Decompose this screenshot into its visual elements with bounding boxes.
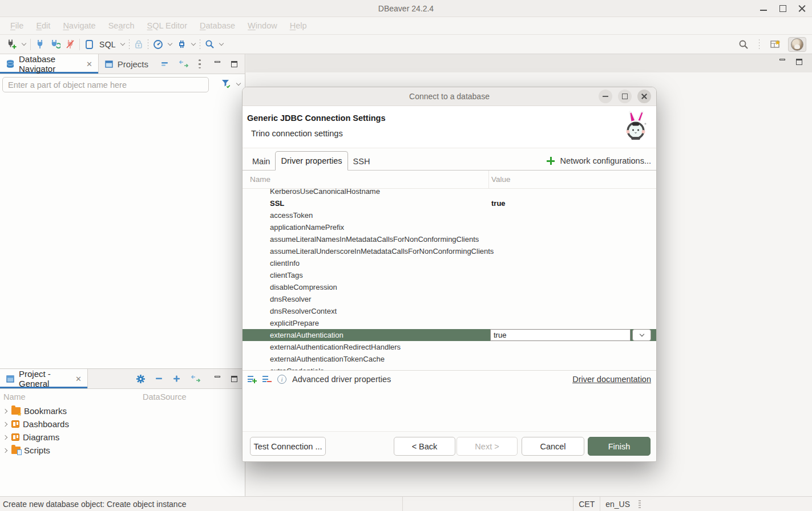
menu-file[interactable]: File xyxy=(4,21,30,30)
menu-database[interactable]: Database xyxy=(193,21,241,30)
quick-search-icon[interactable] xyxy=(738,39,749,50)
project-item-bookmarks[interactable]: Bookmarks xyxy=(0,404,245,417)
menu-edit[interactable]: Edit xyxy=(30,21,56,30)
minimize-panel-icon[interactable] xyxy=(215,61,221,67)
property-row-extraCredentials[interactable]: extraCredentials xyxy=(243,365,656,370)
link-editor-icon[interactable] xyxy=(191,375,201,382)
driver-documentation-link[interactable]: Driver documentation xyxy=(572,375,651,384)
property-row-applicationNamePrefix[interactable]: applicationNamePrefix xyxy=(243,221,656,233)
property-row-assumeLiteralNamesInMetadataCallsForNonConformingClients[interactable]: assumeLiteralNamesInMetadataCallsForNonC… xyxy=(243,233,656,245)
property-row-externalAuthenticationRedirectHandlers[interactable]: externalAuthenticationRedirectHandlers xyxy=(243,341,656,353)
tab-project-general[interactable]: Project - General ✕ xyxy=(0,369,88,388)
tab-driver-properties[interactable]: Driver properties xyxy=(275,151,348,171)
tab-projects[interactable]: Projects xyxy=(99,54,154,74)
dashboard-dropdown-icon[interactable] xyxy=(168,41,172,46)
new-connection-icon[interactable] xyxy=(6,39,17,50)
link-editor-icon[interactable] xyxy=(179,60,189,67)
property-row-clientTags[interactable]: clientTags xyxy=(243,269,656,281)
remove-property-icon[interactable] xyxy=(262,375,272,383)
dashboard-icon[interactable] xyxy=(153,39,163,50)
connect-icon[interactable] xyxy=(35,39,45,49)
property-row-disableCompression[interactable]: disableCompression xyxy=(243,281,656,293)
dialog-maximize-icon[interactable] xyxy=(618,90,632,103)
expander-icon[interactable] xyxy=(3,408,7,413)
driver-manager-dropdown-icon[interactable] xyxy=(191,41,196,46)
close-icon[interactable] xyxy=(798,5,806,13)
maximize-panel-icon[interactable] xyxy=(231,376,238,382)
add-property-icon[interactable] xyxy=(248,375,257,383)
property-value-input[interactable] xyxy=(490,329,631,341)
dialog-titlebar[interactable]: Connect to a database xyxy=(243,87,656,106)
tab-database-navigator[interactable]: Database Navigator ✕ xyxy=(0,54,99,74)
expander-icon[interactable] xyxy=(3,435,7,439)
perspective-icon[interactable] xyxy=(770,39,782,50)
object-filter-input[interactable] xyxy=(2,77,209,92)
next-button[interactable]: Next > xyxy=(457,437,518,456)
property-name: applicationNamePrefix xyxy=(243,223,344,232)
collapse-all-icon[interactable] xyxy=(155,375,163,382)
sql-dropdown-label[interactable]: SQL xyxy=(99,40,116,49)
settings-gear-icon[interactable] xyxy=(136,374,146,384)
filter-icon[interactable] xyxy=(221,79,231,88)
project-item-scripts[interactable]: Scripts xyxy=(0,444,245,457)
property-row-externalAuthenticationTokenCache[interactable]: externalAuthenticationTokenCache xyxy=(243,353,656,365)
maximize-panel-icon[interactable] xyxy=(796,59,803,64)
user-avatar-button[interactable] xyxy=(788,37,806,52)
property-row-assumeLiteralUnderscoreInMetadataCallsForNonConformingClients[interactable]: assumeLiteralUnderscoreInMetadataCallsFo… xyxy=(243,245,656,257)
collapse-all-icon[interactable] xyxy=(161,60,169,67)
property-row-SSL[interactable]: SSLtrue xyxy=(243,197,656,209)
network-configurations-button[interactable]: Network configurations... xyxy=(547,156,651,165)
reconnect-icon[interactable] xyxy=(50,39,60,49)
filter-dropdown-icon[interactable] xyxy=(236,80,241,85)
finish-button[interactable]: Finish xyxy=(588,437,651,456)
driver-manager-icon[interactable] xyxy=(177,39,187,49)
minimize-icon[interactable] xyxy=(760,5,767,13)
expand-all-icon[interactable] xyxy=(173,375,181,383)
back-button[interactable]: < Back xyxy=(394,437,455,456)
cancel-button[interactable]: Cancel xyxy=(522,437,584,456)
project-item-label: Dashboards xyxy=(23,419,69,429)
toolbar-separator xyxy=(759,39,760,50)
menu-navigate[interactable]: Navigate xyxy=(56,21,102,30)
menu-search[interactable]: Search xyxy=(102,21,141,30)
sql-editor-icon[interactable] xyxy=(84,39,94,50)
minimize-panel-icon[interactable] xyxy=(779,59,786,64)
project-item-diagrams[interactable]: Diagrams xyxy=(0,431,245,444)
property-row-dnsResolverContext[interactable]: dnsResolverContext xyxy=(243,305,656,317)
dialog-close-icon[interactable] xyxy=(637,90,651,103)
menu-window[interactable]: Window xyxy=(241,21,284,30)
navigator-filter-row xyxy=(0,74,245,95)
dialog-minimize-icon[interactable] xyxy=(599,90,612,103)
view-menu-icon[interactable] xyxy=(199,59,201,68)
locale-indicator[interactable]: en_US xyxy=(600,497,635,511)
column-divider[interactable] xyxy=(488,171,489,188)
maximize-icon[interactable] xyxy=(779,5,787,13)
expander-icon[interactable] xyxy=(3,448,7,452)
close-tab-icon[interactable]: ✕ xyxy=(75,375,82,383)
menu-help[interactable]: Help xyxy=(284,21,313,30)
property-row-dnsResolver[interactable]: dnsResolver xyxy=(243,293,656,305)
new-connection-dropdown-icon[interactable] xyxy=(22,41,26,46)
property-row-KerberosUseCanonicalHostname[interactable]: KerberosUseCanonicalHostname xyxy=(243,189,656,197)
sql-dropdown-icon[interactable] xyxy=(120,41,125,46)
property-name: externalAuthentication xyxy=(243,331,344,339)
timezone-indicator[interactable]: CET xyxy=(573,497,600,511)
search-icon[interactable] xyxy=(205,39,215,49)
maximize-panel-icon[interactable] xyxy=(231,61,238,67)
close-tab-icon[interactable]: ✕ xyxy=(86,60,92,68)
property-value-dropdown-icon[interactable] xyxy=(632,329,651,341)
minimize-panel-icon[interactable] xyxy=(215,376,221,382)
tab-ssh[interactable]: SSH xyxy=(348,153,375,171)
search-dropdown-icon[interactable] xyxy=(219,41,224,46)
property-row-explicitPrepare[interactable]: explicitPrepare xyxy=(243,317,656,329)
property-row-accessToken[interactable]: accessToken xyxy=(243,209,656,221)
menu-sql-editor[interactable]: SQL Editor xyxy=(141,21,193,30)
expander-icon[interactable] xyxy=(3,421,7,426)
column-value: Value xyxy=(491,175,511,184)
property-row-externalAuthentication[interactable]: externalAuthentication xyxy=(243,329,656,341)
test-connection-button[interactable]: Test Connection ... xyxy=(250,437,326,456)
tab-main[interactable]: Main xyxy=(247,153,275,171)
disconnect-icon[interactable] xyxy=(66,39,75,49)
project-item-dashboards[interactable]: Dashboards xyxy=(0,417,245,431)
property-row-clientInfo[interactable]: clientInfo xyxy=(243,257,656,269)
